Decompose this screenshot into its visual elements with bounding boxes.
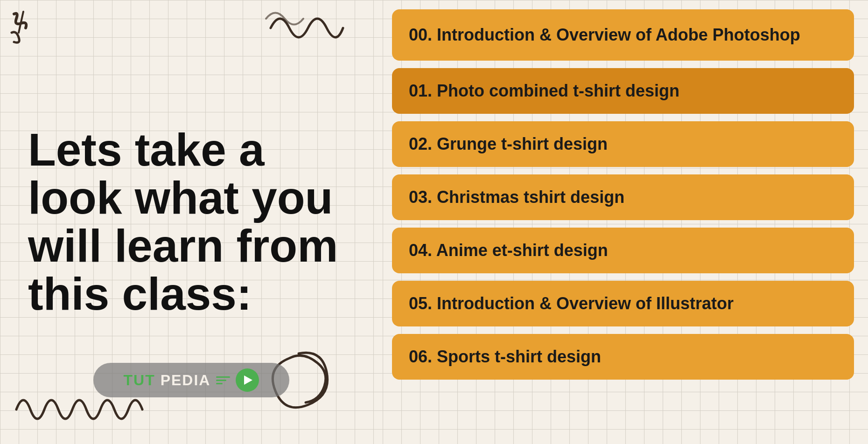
right-panel: 00. Introduction & Overview of Adobe Pho… <box>383 0 868 444</box>
main-heading: Lets take a look what you will learn fro… <box>0 126 383 318</box>
logo-pedia: PEDIA <box>161 372 211 388</box>
logo-text: TUT PEDIA <box>124 372 211 389</box>
lesson-card-3[interactable]: 03. Christmas tshirt design <box>392 174 854 220</box>
play-button[interactable] <box>236 368 259 392</box>
lesson-card-1[interactable]: 01. Photo combined t-shirt design <box>392 68 854 114</box>
lesson-card-0[interactable]: 00. Introduction & Overview of Adobe Pho… <box>392 9 854 61</box>
lesson-card-4[interactable]: 04. Anime et-shirt design <box>392 228 854 273</box>
logo-tut: TUT <box>124 372 155 388</box>
logo-bar: TUT PEDIA <box>93 363 289 397</box>
left-panel: Lets take a look what you will learn fro… <box>0 0 383 444</box>
lesson-card-2[interactable]: 02. Grunge t-shirt design <box>392 121 854 167</box>
logo-lines-icon <box>216 376 230 384</box>
play-icon <box>244 375 252 385</box>
lesson-card-5[interactable]: 05. Introduction & Overview of Illustrat… <box>392 281 854 326</box>
doodle-top-left <box>9 9 65 67</box>
lesson-card-6[interactable]: 06. Sports t-shirt design <box>392 334 854 380</box>
doodle-top-right <box>261 5 345 53</box>
